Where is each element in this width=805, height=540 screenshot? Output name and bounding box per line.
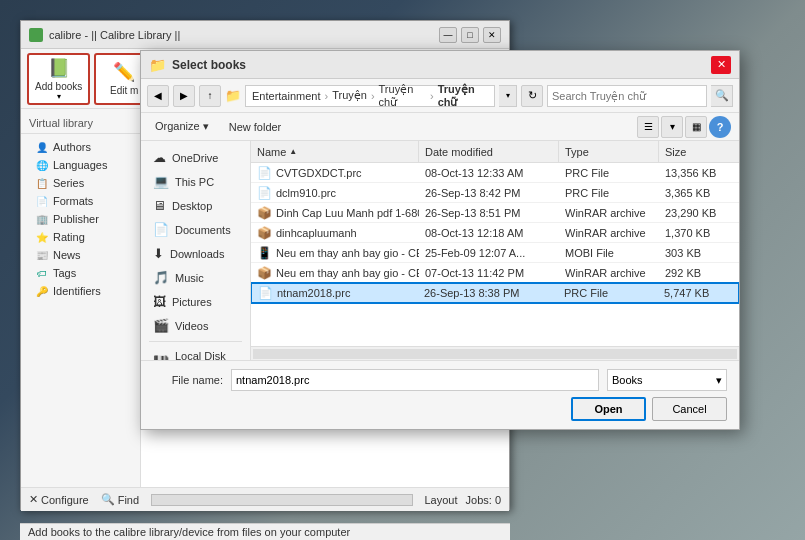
sidebar-item-news[interactable]: 📰 News: [29, 246, 132, 264]
refresh-button[interactable]: ↻: [521, 85, 543, 107]
dialog-titlebar-left: 📁 Select books: [149, 57, 246, 73]
configure-label: Configure: [41, 494, 89, 506]
series-icon: 📋: [35, 176, 49, 190]
configure-btn[interactable]: ✕ Configure: [29, 493, 89, 506]
sidebar-item-identifiers[interactable]: 🔑 Identifiers: [29, 282, 132, 300]
calibre-minimize-btn[interactable]: —: [439, 27, 457, 43]
sidebar-item-rating[interactable]: ⭐ Rating: [29, 228, 132, 246]
pictures-icon: 🖼: [153, 294, 166, 309]
file-name: dinhcapluumanh: [276, 227, 357, 239]
forward-button[interactable]: ▶: [173, 85, 195, 107]
nav-desktop[interactable]: 🖥 Desktop: [145, 194, 246, 217]
cancel-button[interactable]: Cancel: [652, 397, 727, 421]
open-button[interactable]: Open: [571, 397, 646, 421]
file-row[interactable]: 📦 Dinh Cap Luu Manh pdf 1-680 26-Sep-13 …: [251, 203, 739, 223]
find-icon: 🔍: [101, 493, 115, 506]
file-name-cell: 📦 Neu em thay anh bay gio - CECELIA AHE.…: [251, 266, 419, 280]
nav-divider: [149, 341, 242, 342]
nav-documents-label: Documents: [175, 224, 231, 236]
help-button[interactable]: ?: [709, 116, 731, 138]
col-date-label: Date modified: [425, 146, 493, 158]
file-row[interactable]: 📄 CVTGDXDCT.prc 08-Oct-13 12:33 AM PRC F…: [251, 163, 739, 183]
file-row[interactable]: 📦 dinhcapluumanh 08-Oct-13 12:18 AM WinR…: [251, 223, 739, 243]
nav-local-disk[interactable]: 💾 Local Disk (C:): [145, 346, 246, 360]
file-type-icon: 📄: [257, 166, 272, 180]
view-details-dropdown[interactable]: ▾: [661, 116, 683, 138]
view-grid-button[interactable]: ▦: [685, 116, 707, 138]
col-header-name[interactable]: Name ▲: [251, 141, 419, 162]
filetype-value: Books: [612, 374, 643, 386]
documents-icon: 📄: [153, 222, 169, 237]
address-breadcrumb[interactable]: Entertainment › Truyện › Truyện chữ › Tr…: [245, 85, 495, 107]
col-header-date[interactable]: Date modified: [419, 141, 559, 162]
col-name-label: Name: [257, 146, 286, 158]
find-btn[interactable]: 🔍 Find: [101, 493, 139, 506]
file-type-icon: 📦: [257, 266, 272, 280]
add-books-icon: 📗: [48, 57, 70, 79]
search-button[interactable]: 🔍: [711, 85, 733, 107]
dialog-toolbar: Organize ▾ New folder ☰ ▾ ▦ ?: [141, 113, 739, 141]
breadcrumb-truyen[interactable]: Truyện: [332, 89, 367, 102]
file-date: 26-Sep-13 8:51 PM: [419, 207, 559, 219]
back-button[interactable]: ◀: [147, 85, 169, 107]
new-folder-button[interactable]: New folder: [223, 119, 288, 135]
statusbar-scrollbar[interactable]: [151, 494, 412, 506]
breadcrumb-truyen-chu-1[interactable]: Truyện chữ: [379, 83, 426, 109]
filelist-header: Name ▲ Date modified Type Size: [251, 141, 739, 163]
dialog-addressbar: ◀ ▶ ↑ 📁 Entertainment › Truyện › Truyện …: [141, 79, 739, 113]
nav-videos[interactable]: 🎬 Videos: [145, 314, 246, 337]
nav-desktop-label: Desktop: [172, 200, 212, 212]
authors-icon: 👤: [35, 140, 49, 154]
file-type: WinRAR archive: [559, 227, 659, 239]
hscrollbar[interactable]: [251, 346, 739, 360]
nav-local-disk-label: Local Disk (C:): [175, 350, 238, 360]
breadcrumb-truyen-chu-2[interactable]: Truyện chữ: [438, 83, 488, 109]
view-list-button[interactable]: ☰: [637, 116, 659, 138]
col-header-type[interactable]: Type: [559, 141, 659, 162]
edit-icon: ✏️: [113, 61, 135, 83]
filetype-dropdown-arrow: ▾: [716, 374, 722, 387]
dialog-close-button[interactable]: ✕: [711, 56, 731, 74]
languages-icon: 🌐: [35, 158, 49, 172]
sidebar-item-publisher[interactable]: 🏢 Publisher: [29, 210, 132, 228]
calibre-maximize-btn[interactable]: □: [461, 27, 479, 43]
nav-downloads[interactable]: ⬇ Downloads: [145, 242, 246, 265]
sidebar-item-label-languages: Languages: [53, 159, 107, 171]
file-name-cell: 📄 dclm910.prc: [251, 186, 419, 200]
add-books-button[interactable]: 📗 Add books ▾: [27, 53, 90, 105]
file-row[interactable]: 📄 dclm910.prc 26-Sep-13 8:42 PM PRC File…: [251, 183, 739, 203]
sidebar-item-tags[interactable]: 🏷 Tags: [29, 264, 132, 282]
nav-pictures[interactable]: 🖼 Pictures: [145, 290, 246, 313]
nav-music[interactable]: 🎵 Music: [145, 266, 246, 289]
nav-this-pc[interactable]: 💻 This PC: [145, 170, 246, 193]
dialog-nav: ☁ OneDrive 💻 This PC 🖥 Desktop 📄 Documen…: [141, 141, 251, 360]
calibre-close-btn[interactable]: ✕: [483, 27, 501, 43]
dialog-bottom: File name: Books ▾ Open Cancel: [141, 360, 739, 429]
sidebar-item-languages[interactable]: 🌐 Languages: [29, 156, 132, 174]
file-row[interactable]: 📱 Neu em thay anh bay gio - CECELIA AHE.…: [251, 243, 739, 263]
dialog-buttons-row: Open Cancel: [153, 397, 727, 421]
file-row[interactable]: 📄 ntnam2018.prc 26-Sep-13 8:38 PM PRC Fi…: [251, 283, 739, 303]
add-books-dropdown-arrow: ▾: [57, 92, 61, 101]
nav-onedrive[interactable]: ☁ OneDrive: [145, 146, 246, 169]
file-row[interactable]: 📦 Neu em thay anh bay gio - CECELIA AHE.…: [251, 263, 739, 283]
organize-button[interactable]: Organize ▾: [149, 118, 215, 135]
search-input[interactable]: [547, 85, 707, 107]
nav-documents[interactable]: 📄 Documents: [145, 218, 246, 241]
filename-input[interactable]: [231, 369, 599, 391]
file-name: Neu em thay anh bay gio - CECELIA AHE...: [276, 247, 419, 259]
sidebar-item-formats[interactable]: 📄 Formats: [29, 192, 132, 210]
file-name: Dinh Cap Luu Manh pdf 1-680: [276, 207, 419, 219]
sidebar-item-authors[interactable]: 👤 Authors: [29, 138, 132, 156]
col-header-size[interactable]: Size: [659, 141, 739, 162]
breadcrumb-dropdown[interactable]: ▾: [499, 85, 517, 107]
sidebar-item-series[interactable]: 📋 Series: [29, 174, 132, 192]
rating-icon: ⭐: [35, 230, 49, 244]
dialog-title-icon: 📁: [149, 57, 166, 73]
layout-label[interactable]: Layout: [425, 494, 458, 506]
file-type: WinRAR archive: [559, 267, 659, 279]
filetype-dropdown[interactable]: Books ▾: [607, 369, 727, 391]
up-button[interactable]: ↑: [199, 85, 221, 107]
breadcrumb-entertainment[interactable]: Entertainment: [252, 90, 320, 102]
music-icon: 🎵: [153, 270, 169, 285]
